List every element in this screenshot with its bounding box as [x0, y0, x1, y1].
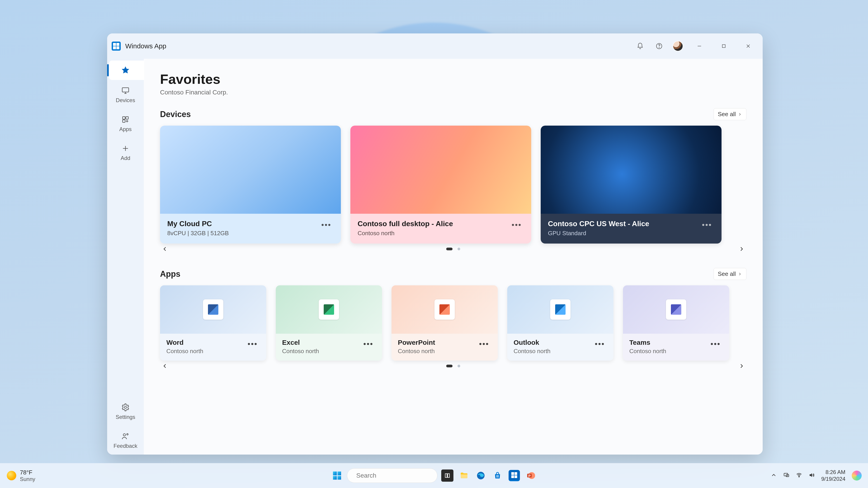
maximize-button[interactable]	[714, 37, 734, 55]
taskbar-powerpoint[interactable]: P	[524, 469, 538, 482]
gear-icon	[121, 403, 130, 412]
app-more-button[interactable]: •••	[245, 339, 260, 349]
app-card-teams[interactable]: TeamsContoso north•••	[623, 285, 729, 361]
devices-section-title: Devices	[160, 109, 191, 119]
see-all-label: See all	[718, 270, 736, 278]
apps-prev-button[interactable]	[160, 361, 169, 371]
sidebar-label: Feedback	[114, 443, 137, 449]
app-sub: Contoso north	[166, 348, 245, 355]
svg-point-8	[123, 434, 125, 436]
sidebar-item-favorites[interactable]	[109, 61, 142, 80]
device-spec: Contoso north	[358, 230, 509, 237]
main-content: Favorites Contoso Financial Corp. Device…	[144, 59, 763, 455]
copilot-button[interactable]	[852, 470, 862, 481]
feedback-icon	[121, 432, 130, 441]
taskbar-task-view[interactable]	[440, 469, 454, 482]
taskbar-weather[interactable]: 78°F Sunny	[7, 469, 35, 482]
pager-dot-1[interactable]	[446, 365, 453, 367]
taskbar-search[interactable]	[347, 468, 437, 483]
pager-dot-2[interactable]	[458, 365, 460, 367]
apps-next-button[interactable]	[737, 361, 746, 371]
device-spec: GPU Standard	[548, 230, 700, 237]
apps-row: WordContoso north••• ExcelContoso north•…	[160, 285, 746, 361]
minimize-button[interactable]	[689, 37, 709, 55]
device-card-contoso-full-desktop[interactable]: Contoso full desktop - Alice Contoso nor…	[350, 126, 531, 243]
word-icon	[203, 299, 223, 320]
apps-see-all-button[interactable]: See all	[714, 268, 747, 280]
svg-rect-3	[122, 88, 129, 92]
app-name: Teams	[629, 339, 708, 346]
device-card-my-cloud-pc[interactable]: My Cloud PC 8vCPU | 32GB | 512GB •••	[160, 126, 341, 243]
sidebar-item-settings[interactable]: Settings	[109, 398, 142, 426]
sidebar-label: Devices	[116, 97, 135, 103]
taskbar-file-explorer[interactable]	[457, 469, 471, 482]
sun-icon	[7, 471, 16, 480]
device-card-contoso-cpc-us-west[interactable]: Contoso CPC US West - Alice GPU Standard…	[541, 126, 721, 243]
taskbar-windows-app[interactable]	[507, 469, 521, 482]
pager-dot-1[interactable]	[446, 248, 453, 250]
taskbar-tray: 8:26 AM 9/19/2024	[771, 469, 862, 482]
apps-icon	[121, 115, 130, 124]
app-more-button[interactable]: •••	[361, 339, 376, 349]
device-spec: 8vCPU | 32GB | 512GB	[167, 230, 319, 237]
close-button[interactable]	[738, 37, 758, 55]
devices-section-header: Devices See all	[160, 108, 746, 120]
weather-condition: Sunny	[20, 476, 35, 482]
svg-rect-5	[126, 117, 128, 119]
app-card-excel[interactable]: ExcelContoso north•••	[276, 285, 382, 361]
device-more-button[interactable]: •••	[700, 220, 714, 230]
see-all-label: See all	[718, 111, 736, 118]
app-sub: Contoso north	[629, 348, 708, 355]
app-more-button[interactable]: •••	[708, 339, 723, 349]
devices-next-button[interactable]	[737, 244, 746, 254]
monitor-icon	[121, 86, 130, 95]
tray-overflow[interactable]	[771, 472, 777, 479]
device-name: My Cloud PC	[167, 220, 319, 228]
device-name: Contoso CPC US West - Alice	[548, 220, 700, 228]
svg-rect-6	[123, 120, 125, 123]
devices-prev-button[interactable]	[160, 244, 169, 254]
app-sub: Contoso north	[282, 348, 361, 355]
page-title: Favorites	[160, 71, 746, 87]
tray-monitor-icon[interactable]	[783, 472, 789, 479]
taskbar-edge[interactable]	[474, 469, 488, 482]
app-name: Outlook	[514, 339, 592, 346]
help-button[interactable]	[652, 39, 666, 53]
powerpoint-icon	[434, 299, 455, 320]
app-more-button[interactable]: •••	[592, 339, 607, 349]
svg-text:P: P	[528, 474, 530, 478]
device-thumbnail	[350, 126, 531, 214]
start-button[interactable]	[330, 469, 344, 482]
notifications-button[interactable]	[633, 39, 647, 53]
device-more-button[interactable]: •••	[509, 220, 524, 230]
outlook-icon	[550, 299, 570, 320]
tray-date: 9/19/2024	[821, 476, 845, 482]
device-more-button[interactable]: •••	[319, 220, 334, 230]
app-card-word[interactable]: WordContoso north•••	[160, 285, 266, 361]
pager-dot-2[interactable]	[458, 248, 460, 250]
page-subtitle: Contoso Financial Corp.	[160, 89, 746, 96]
sidebar-item-feedback[interactable]: Feedback	[109, 427, 142, 455]
app-window: Windows App Devices Apps Add	[107, 33, 763, 455]
tray-clock[interactable]: 8:26 AM 9/19/2024	[821, 469, 845, 482]
apps-section-title: Apps	[160, 269, 180, 279]
chevron-right-icon	[738, 272, 742, 276]
tray-volume-icon[interactable]	[809, 472, 815, 479]
devices-see-all-button[interactable]: See all	[714, 108, 747, 120]
app-more-button[interactable]: •••	[477, 339, 491, 349]
app-sub: Contoso north	[514, 348, 592, 355]
sidebar-item-apps[interactable]: Apps	[109, 110, 142, 138]
sidebar-item-devices[interactable]: Devices	[109, 81, 142, 109]
app-sub: Contoso north	[398, 348, 477, 355]
taskbar: 78°F Sunny P 8:26 AM 9/19/2024	[0, 463, 868, 488]
user-avatar[interactable]	[673, 41, 683, 51]
app-card-powerpoint[interactable]: PowerPointContoso north•••	[392, 285, 498, 361]
search-input[interactable]	[356, 472, 437, 479]
devices-row: My Cloud PC 8vCPU | 32GB | 512GB ••• Con…	[160, 126, 746, 243]
taskbar-store[interactable]	[491, 469, 504, 482]
tray-wifi-icon[interactable]	[796, 472, 802, 479]
app-card-outlook[interactable]: OutlookContoso north•••	[507, 285, 614, 361]
sidebar-item-add[interactable]: Add	[109, 139, 142, 167]
sidebar: Devices Apps Add Settings Feedback	[107, 59, 144, 455]
apps-pager	[160, 365, 746, 367]
